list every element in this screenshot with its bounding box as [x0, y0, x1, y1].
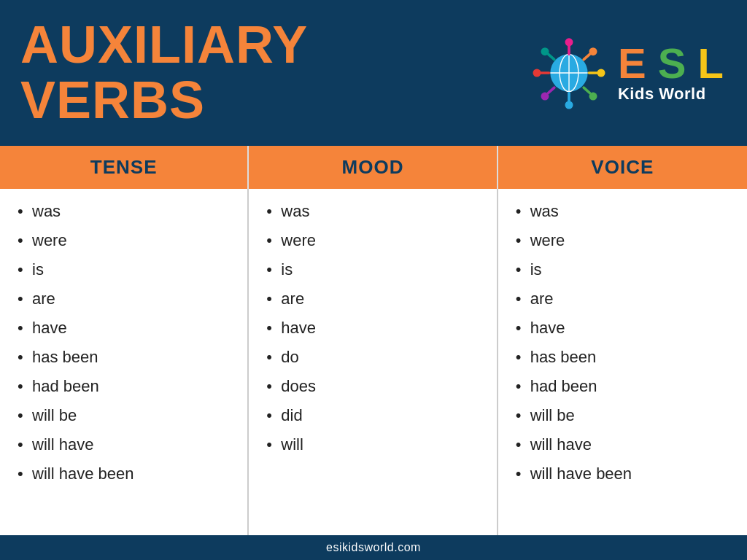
list-item: had been — [18, 377, 230, 396]
column-headers: TENSE MOOD VOICE — [0, 146, 747, 189]
list-item: will have been — [516, 464, 729, 483]
list-item: is — [266, 260, 479, 279]
list-item: will have — [516, 435, 729, 454]
table-container: TENSE MOOD VOICE was were is are have ha… — [0, 146, 747, 535]
column-body: was were is are have has been had been w… — [0, 189, 747, 535]
list-item: was — [18, 202, 230, 221]
list-item: will be — [18, 406, 230, 425]
page-wrapper: AUXILIARYVERBS — [0, 0, 747, 560]
svg-line-7 — [584, 54, 589, 59]
list-item: were — [18, 231, 230, 250]
list-item: were — [516, 231, 729, 250]
list-item: are — [18, 289, 230, 308]
list-item: are — [516, 289, 729, 308]
voice-list: was were is are have has been had been w… — [498, 189, 747, 535]
list-item: were — [266, 231, 479, 250]
page-title: AUXILIARYVERBS — [20, 18, 308, 128]
list-item: has been — [18, 348, 230, 367]
list-item: will be — [516, 406, 729, 425]
list-item: have — [18, 319, 230, 338]
list-item: had been — [516, 377, 729, 396]
header-voice: VOICE — [498, 146, 747, 189]
list-item: was — [516, 202, 729, 221]
header-tense: TENSE — [0, 146, 249, 189]
mood-list: was were is are have do does did will — [249, 189, 498, 535]
list-item: has been — [516, 348, 729, 367]
list-item: does — [266, 377, 479, 396]
logo-letter-l: L — [698, 39, 724, 87]
footer: esikidsworld.com — [0, 535, 747, 560]
svg-line-15 — [549, 88, 554, 93]
list-item: have — [266, 319, 479, 338]
logo-letter-e: E — [618, 39, 646, 87]
list-item: was — [266, 202, 479, 221]
list-item: is — [18, 260, 230, 279]
header-mood: MOOD — [249, 146, 498, 189]
list-item: did — [266, 406, 479, 425]
list-item: will — [266, 435, 479, 454]
list-item: will have — [18, 435, 230, 454]
svg-line-11 — [584, 88, 589, 93]
logo-esl: E S L — [618, 42, 724, 85]
list-item: do — [266, 348, 479, 367]
logo-area: E S L Kids World — [529, 33, 724, 113]
list-item: are — [266, 289, 479, 308]
header: AUXILIARYVERBS — [0, 0, 747, 146]
logo-letter-s: S — [658, 39, 686, 87]
footer-url: esikidsworld.com — [326, 541, 421, 553]
tense-list: was were is are have has been had been w… — [0, 189, 249, 535]
svg-line-19 — [549, 54, 554, 59]
logo-text: E S L Kids World — [618, 42, 724, 104]
logo-icon — [529, 33, 609, 113]
logo-kids-world: Kids World — [618, 85, 724, 104]
list-item: will have been — [18, 464, 230, 483]
list-item: is — [516, 260, 729, 279]
list-item: have — [516, 319, 729, 338]
